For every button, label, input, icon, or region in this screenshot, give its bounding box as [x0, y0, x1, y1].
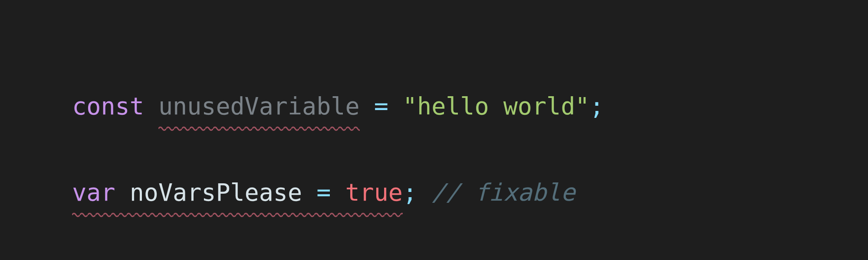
semicolon: ;: [589, 92, 604, 120]
warning-span: unusedVariable: [158, 90, 360, 123]
code-line-1[interactable]: const unusedVariable = "hello world";: [43, 56, 825, 123]
space: [144, 92, 158, 120]
identifier-novars: noVarsPlease: [130, 179, 302, 206]
keyword-var: var: [72, 179, 115, 206]
warning-squiggle-icon: [158, 127, 360, 131]
space: [115, 179, 130, 206]
space: [331, 179, 345, 206]
operator-equals: =: [374, 92, 388, 120]
code-line-2[interactable]: var noVarsPlease = true; // fixable: [43, 143, 825, 209]
string-literal: "hello world": [403, 92, 589, 120]
keyword-const: const: [72, 92, 144, 120]
operator-equals: =: [316, 179, 331, 206]
comment-fixable: // fixable: [431, 179, 575, 206]
boolean-literal: true: [345, 179, 402, 206]
identifier-unused: unusedVariable: [158, 92, 360, 120]
space: [360, 92, 374, 120]
semicolon: ;: [403, 179, 417, 206]
warning-squiggle-icon: [72, 213, 403, 217]
space: [302, 179, 316, 206]
warning-span: var noVarsPlease = true: [72, 176, 403, 209]
space: [388, 92, 403, 120]
space: [417, 179, 431, 206]
